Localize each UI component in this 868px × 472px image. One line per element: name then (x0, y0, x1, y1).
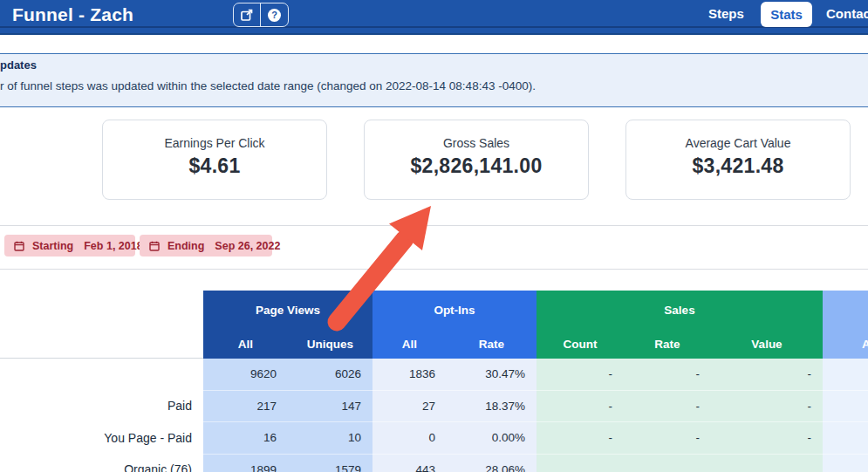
table-row: 9620 6026 1836 30.47% - - - (0, 359, 868, 391)
column-header-opt-ins-rate: Rate (447, 329, 537, 359)
open-external-button[interactable] (234, 3, 261, 26)
stat-card-value: $4.61 (103, 154, 326, 178)
stat-card-value: $3,421.48 (626, 154, 850, 178)
table-group-header-row: Page Views Opt-Ins Sales (203, 291, 868, 329)
stat-card-label: Average Cart Value (626, 136, 850, 150)
calendar-icon (14, 241, 24, 251)
cell-sales-rate: - (624, 359, 711, 391)
group-header-clipped (823, 291, 868, 329)
title-toolbar: ? (233, 3, 289, 27)
cell-page-views-uniques: 1579 (288, 455, 372, 472)
column-header-page-views-all: All (203, 329, 288, 359)
cell-opt-ins-rate: 30.47% (447, 359, 537, 391)
row-label: Organic (76) (0, 455, 203, 472)
stat-card-earnings-per-click: Earnings Per Click $4.61 (102, 120, 327, 200)
cell-page-views-all: 9620 (203, 359, 288, 391)
table-sub-header-row: All Uniques All Rate Count Rate Value Al… (203, 329, 868, 359)
row-label: You Page - Paid (0, 422, 203, 455)
section-divider (0, 269, 868, 270)
row-label (0, 359, 203, 391)
pill-label: Ending (167, 240, 204, 252)
stat-card-gross-sales: Gross Sales $2,826,141.00 (364, 120, 589, 200)
pill-value: Feb 1, 2018 (84, 240, 142, 252)
stat-card-label: Gross Sales (365, 136, 588, 150)
column-header-sales-count: Count (537, 329, 624, 359)
updates-banner: pdates r of funnel steps was updated wit… (0, 53, 868, 107)
cell-sales-value (711, 455, 823, 472)
column-header-sales-rate: Rate (624, 329, 711, 359)
cell-sales-count: - (537, 391, 624, 423)
nav-tab-contacts[interactable]: Contact (826, 6, 868, 21)
cell-opt-ins-all: 1836 (372, 359, 447, 391)
banner-heading: pdates (0, 58, 37, 72)
top-bar-divider (0, 26, 868, 28)
calendar-icon (149, 241, 160, 251)
cell-sales-value: - (711, 391, 823, 423)
funnel-stats-page: Funnel - Zach ? Steps Stats Contact pdat… (0, 0, 868, 472)
cell-opt-ins-rate: 18.37% (447, 391, 537, 423)
pill-label: Starting (32, 240, 73, 252)
cell-clipped (823, 455, 868, 472)
help-icon: ? (268, 9, 281, 22)
cell-clipped (823, 359, 868, 391)
cell-sales-count (537, 455, 624, 472)
cell-page-views-all: 16 (203, 422, 288, 455)
cell-opt-ins-rate: 28.06% (447, 455, 537, 472)
ending-date-pill[interactable]: Ending Sep 26, 2022 (140, 235, 272, 257)
row-label: Paid (0, 391, 203, 423)
cell-sales-count: - (537, 359, 624, 391)
cell-page-views-all: 1899 (203, 455, 288, 472)
help-button[interactable]: ? (261, 3, 288, 26)
cell-sales-rate (624, 455, 711, 472)
table-row: Paid 217 147 27 18.37% - - - (0, 391, 868, 423)
nav-tab-steps[interactable]: Steps (708, 6, 744, 21)
cell-sales-rate: - (624, 422, 711, 455)
table-row: You Page - Paid 16 10 0 0.00% - - - (0, 422, 868, 455)
cell-page-views-uniques: 10 (288, 422, 372, 455)
starting-date-pill[interactable]: Starting Feb 1, 2018 (4, 235, 135, 257)
cell-opt-ins-rate: 0.00% (447, 422, 537, 455)
cell-page-views-uniques: 6026 (288, 359, 372, 391)
stat-card-value: $2,826,141.00 (365, 154, 588, 178)
cell-clipped (823, 391, 868, 423)
group-header-sales: Sales (537, 291, 823, 329)
cell-opt-ins-all: 0 (372, 422, 447, 455)
cell-opt-ins-all: 27 (372, 391, 447, 423)
cell-page-views-all: 217 (203, 391, 288, 423)
group-header-opt-ins: Opt-Ins (372, 291, 537, 329)
group-header-page-views: Page Views (203, 291, 372, 329)
cell-sales-value: - (711, 422, 823, 455)
table-row: Organic (76) 1899 1579 443 28.06% (0, 455, 868, 472)
page-title: Funnel - Zach (12, 4, 133, 25)
pill-value: Sep 26, 2022 (215, 240, 280, 252)
cell-opt-ins-all: 443 (372, 455, 447, 472)
column-header-clipped-all: All (823, 329, 868, 359)
nav-tab-stats[interactable]: Stats (761, 2, 812, 27)
cell-sales-count: - (537, 422, 624, 455)
column-header-opt-ins-all: All (372, 329, 447, 359)
column-header-page-views-uniques: Uniques (288, 329, 372, 359)
cell-clipped (823, 422, 868, 455)
column-header-sales-value: Value (711, 329, 823, 359)
cell-sales-value: - (711, 359, 823, 391)
stat-card-label: Earnings Per Click (103, 136, 326, 150)
cell-sales-rate: - (624, 391, 711, 423)
cell-page-views-uniques: 147 (288, 391, 372, 423)
external-link-icon (241, 9, 253, 21)
section-divider (0, 225, 868, 226)
stat-card-average-cart-value: Average Cart Value $3,421.48 (625, 120, 851, 200)
banner-message: r of funnel steps was updated within the… (0, 79, 536, 92)
